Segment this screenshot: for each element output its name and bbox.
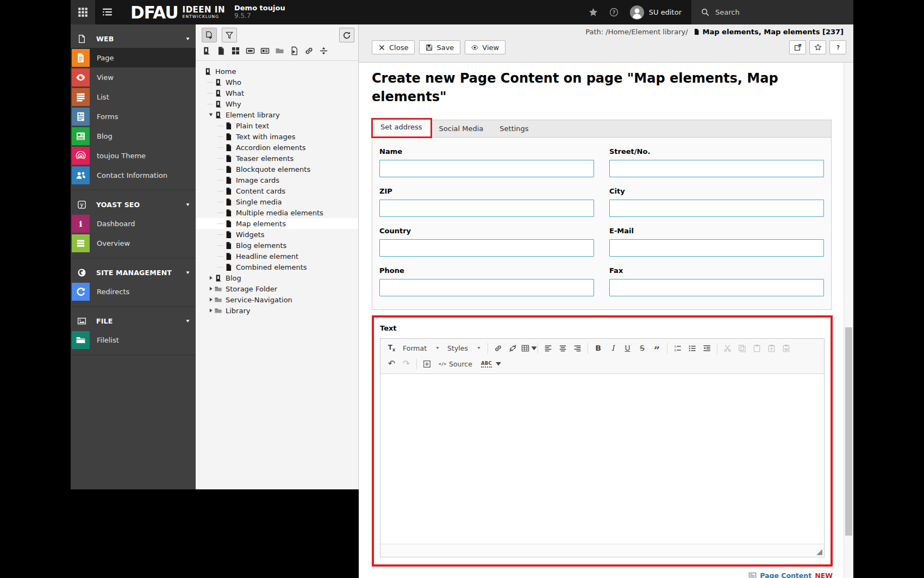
tree-node-widgets[interactable]: Widgets	[196, 229, 358, 240]
tab-social-media[interactable]: Social Media	[431, 121, 492, 137]
sidebar-item-blog[interactable]: Blog	[71, 126, 196, 146]
phone-input[interactable]	[379, 279, 594, 296]
tree-node-who[interactable]: Who	[196, 77, 358, 88]
expand-caret-icon[interactable]	[207, 294, 214, 305]
blockquote-button[interactable]: ”	[650, 341, 664, 355]
table-button[interactable]	[520, 341, 535, 355]
city-input[interactable]	[609, 200, 824, 217]
tree-node-teaser-elements[interactable]: Teaser elements	[196, 153, 358, 164]
close-button[interactable]: Close	[372, 40, 415, 54]
drag-new-folder-drag-icon[interactable]	[275, 46, 284, 55]
expand-caret-icon[interactable]	[207, 283, 214, 294]
sidebar-item-list[interactable]: List	[71, 87, 196, 107]
underline-button[interactable]: U	[620, 341, 635, 355]
context-help-button[interactable]: ?	[829, 40, 846, 54]
view-button[interactable]: View	[465, 40, 505, 54]
name-input[interactable]	[379, 160, 594, 177]
drag-new-grid4-icon[interactable]	[231, 46, 240, 55]
drag-new-site-icon[interactable]	[202, 46, 211, 55]
remove-format-button[interactable]: Tx	[384, 341, 399, 355]
module-menu-toggle-button[interactable]	[71, 0, 95, 24]
tree-node-image-cards[interactable]: Image cards	[196, 175, 358, 185]
refresh-tree-button[interactable]	[339, 28, 354, 42]
drag-new-page-icon[interactable]	[216, 46, 226, 55]
zip-input[interactable]	[379, 200, 594, 217]
section-header-web[interactable]: WEB	[71, 29, 196, 48]
street-no-input[interactable]	[609, 160, 824, 177]
drag-new-divider-drag-icon[interactable]	[319, 46, 328, 55]
sidebar-item-redirects[interactable]: Redirects	[71, 282, 196, 301]
italic-button[interactable]: I	[605, 341, 620, 355]
tree-node-element-library[interactable]: Element library	[196, 109, 358, 120]
collapse-caret-icon[interactable]	[207, 109, 214, 120]
tree-node-accordion-elements[interactable]: Accordion elements	[196, 142, 358, 153]
tree-node-combined-elements[interactable]: Combined elements	[196, 262, 358, 272]
vertical-scrollbar[interactable]	[844, 63, 853, 578]
sidebar-item-overview[interactable]: Overview	[71, 233, 196, 253]
save-button[interactable]: Save	[419, 40, 460, 54]
ordered-list-button[interactable]: 1.2.	[670, 341, 685, 355]
drag-new-link-icon[interactable]	[304, 46, 314, 55]
tree-node-why[interactable]: Why	[196, 98, 358, 109]
resize-handle[interactable]	[816, 549, 822, 555]
tree-node-storage-folder[interactable]: Storage Folder	[196, 283, 358, 294]
e-mail-input[interactable]	[609, 239, 824, 257]
format-combo[interactable]: Format	[399, 341, 444, 355]
drag-new-box-drag-icon[interactable]	[246, 46, 255, 55]
unlink-button[interactable]	[505, 341, 520, 355]
styles-combo[interactable]: Styles	[444, 341, 485, 355]
pagetree-toggle-button[interactable]	[95, 0, 120, 24]
tree-node-blog[interactable]: Blog	[196, 272, 358, 283]
sidebar-item-filelist[interactable]: Filelist	[71, 330, 196, 350]
align-left-button[interactable]	[541, 341, 555, 355]
tree-node-map-elements[interactable]: Map elements	[196, 218, 358, 229]
strike-button[interactable]: S	[635, 341, 650, 355]
maximize-button[interactable]	[420, 357, 434, 370]
drag-new-box2-drag-icon[interactable]	[260, 46, 270, 55]
sidebar-item-view[interactable]: View	[71, 67, 196, 87]
source-button[interactable]: </>Source	[434, 357, 477, 370]
tree-node-home[interactable]: Home	[196, 66, 358, 77]
section-header-yoast-seo[interactable]: yYOAST SEO	[71, 195, 196, 214]
country-input[interactable]	[379, 239, 594, 257]
sidebar-item-forms[interactable]: Forms	[71, 107, 196, 126]
tree-node-library[interactable]: Library	[196, 305, 358, 316]
filter-button[interactable]	[222, 28, 237, 42]
drag-new-page-shortcut-icon[interactable]	[290, 46, 299, 55]
section-header-site-management[interactable]: SITE MANAGEMENT	[71, 263, 196, 282]
link-button[interactable]	[491, 341, 505, 355]
bookmark-page-button[interactable]	[809, 40, 826, 54]
sidebar-item-contact-information[interactable]: Contact Information	[71, 165, 196, 185]
bookmarks-button[interactable]	[583, 0, 604, 24]
section-header-file[interactable]: FILE	[71, 312, 196, 330]
tab-set-address[interactable]: Set address	[372, 119, 431, 137]
bullet-list-button[interactable]	[685, 341, 700, 355]
expand-caret-icon[interactable]	[207, 272, 214, 283]
open-in-new-window-button[interactable]	[789, 40, 806, 54]
tab-settings[interactable]: Settings	[491, 121, 536, 137]
sidebar-item-page[interactable]: Page	[71, 48, 196, 67]
sidebar-item-dashboard[interactable]: iDashboard	[71, 214, 196, 233]
user-menu[interactable]: SU editor	[625, 5, 691, 20]
tree-node-multiple-media-elements[interactable]: Multiple media elements	[196, 207, 358, 218]
tree-node-blockquote-elements[interactable]: Blockquote elements	[196, 164, 358, 175]
tree-node-text-with-images[interactable]: Text with images	[196, 131, 358, 142]
align-right-button[interactable]	[570, 341, 585, 355]
help-button[interactable]: ?	[604, 0, 625, 24]
new-page-button[interactable]	[202, 28, 217, 42]
tree-node-plain-text[interactable]: Plain text	[196, 120, 358, 131]
align-center-button[interactable]	[555, 341, 570, 355]
expand-caret-icon[interactable]	[207, 305, 214, 316]
tree-node-headline-element[interactable]: Headline element	[196, 251, 358, 262]
outdent-button[interactable]	[700, 341, 714, 355]
spellcheck-button[interactable]: ABC	[477, 357, 503, 370]
sidebar-item-toujou-theme[interactable]: toujou Theme	[71, 146, 196, 165]
rte-editing-area[interactable]	[380, 374, 824, 544]
fax-input[interactable]	[609, 279, 824, 296]
scrollbar-thumb[interactable]	[845, 327, 852, 536]
tree-node-content-cards[interactable]: Content cards	[196, 185, 358, 196]
tree-node-blog-elements[interactable]: Blog elements	[196, 240, 358, 251]
tree-node-single-media[interactable]: Single media	[196, 196, 358, 207]
tree-node-service-navigation[interactable]: Service-Navigation	[196, 294, 358, 305]
undo-button[interactable]: ↶	[384, 357, 399, 370]
